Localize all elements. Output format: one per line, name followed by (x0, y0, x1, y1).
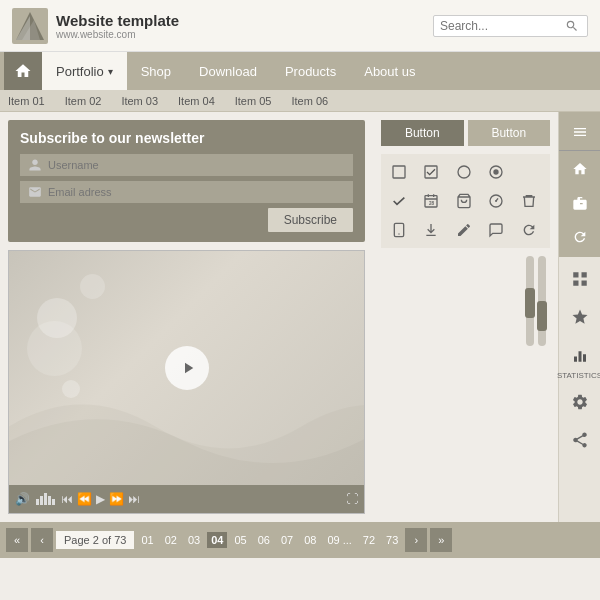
page-09-ellipsis[interactable]: 09 ... (323, 532, 355, 548)
suitcase-icon (572, 195, 588, 211)
site-title: Website template (56, 12, 179, 29)
statistics-item[interactable]: STATISTICS (557, 339, 600, 380)
fullscreen-button[interactable]: ⛶ (346, 492, 358, 506)
prev-page-button[interactable]: ‹ (31, 528, 53, 552)
star-icon-button[interactable] (564, 301, 596, 333)
search-icon (565, 19, 579, 33)
gear-icon (571, 393, 589, 411)
first-page-button[interactable]: « (6, 528, 28, 552)
home-toolbar-icon (572, 161, 588, 177)
video-controls: 🔊 ⏮ ⏪ ▶ ⏩ ⏭ ⛶ (9, 485, 364, 513)
star-icon (571, 308, 589, 326)
circle-icon[interactable] (452, 160, 476, 184)
email-field-row[interactable] (20, 181, 353, 203)
checkmark-icon[interactable] (387, 189, 411, 213)
home-toolbar-button[interactable] (562, 153, 598, 185)
suitcase-button[interactable] (562, 187, 598, 219)
settings-icon-button[interactable] (564, 386, 596, 418)
slider-1[interactable] (526, 256, 534, 346)
svg-point-14 (398, 233, 399, 234)
bar-chart-icon (571, 346, 589, 364)
subnav-item-2[interactable]: Item 02 (65, 95, 102, 107)
subscribe-button[interactable]: Subscribe (268, 208, 353, 232)
skip-forward-button[interactable]: ⏭ (128, 492, 140, 506)
checkbox-empty-icon[interactable] (387, 160, 411, 184)
username-field-row[interactable] (20, 154, 353, 176)
email-icon (28, 185, 42, 199)
refresh-icon[interactable] (517, 218, 541, 242)
chat-icon[interactable] (484, 218, 508, 242)
menu-button[interactable] (562, 116, 598, 148)
subnav-item-3[interactable]: Item 03 (121, 95, 158, 107)
nav-item-products[interactable]: Products (271, 52, 350, 90)
share-icon (571, 431, 589, 449)
username-input[interactable] (48, 159, 345, 171)
button-1[interactable]: Button (381, 120, 464, 146)
home-icon (14, 62, 32, 80)
navbar: Portfolio ▾ Shop Download Products About… (0, 52, 600, 90)
play-pause-button[interactable]: ▶ (96, 492, 105, 506)
last-page-button[interactable]: » (430, 528, 452, 552)
edit-icon[interactable] (452, 218, 476, 242)
nav-home-button[interactable] (4, 52, 42, 90)
page-07[interactable]: 07 (277, 532, 297, 548)
subnav-item-6[interactable]: Item 06 (291, 95, 328, 107)
bubble-2 (80, 274, 105, 299)
checkbox-checked-icon[interactable] (419, 160, 443, 184)
fast-forward-button[interactable]: ⏩ (109, 492, 124, 506)
refresh-toolbar-button[interactable] (562, 221, 598, 253)
page-73[interactable]: 73 (382, 532, 402, 548)
grid-icon-button[interactable] (564, 263, 596, 295)
toolbar-top (559, 112, 600, 257)
side-toolbar: STATISTICS (558, 112, 600, 522)
vol-bar-1 (36, 499, 39, 505)
page-72[interactable]: 72 (359, 532, 379, 548)
subnav-item-4[interactable]: Item 04 (178, 95, 215, 107)
button-2[interactable]: Button (468, 120, 551, 146)
skip-back-button[interactable]: ⏮ (61, 492, 73, 506)
slider-2[interactable] (538, 256, 546, 346)
search-box[interactable] (433, 15, 588, 37)
page-05[interactable]: 05 (230, 532, 250, 548)
page-06[interactable]: 06 (254, 532, 274, 548)
svg-point-8 (494, 169, 499, 174)
subnav-item-1[interactable]: Item 01 (8, 95, 45, 107)
play-button[interactable] (165, 346, 209, 390)
nav-item-aboutus[interactable]: About us (350, 52, 429, 90)
nav-item-shop[interactable]: Shop (127, 52, 185, 90)
share-icon-button[interactable] (564, 424, 596, 456)
nav-item-download[interactable]: Download (185, 52, 271, 90)
video-player: 🔊 ⏮ ⏪ ▶ ⏩ ⏭ ⛶ (8, 250, 365, 514)
calendar-icon[interactable]: 28 (419, 189, 443, 213)
page-info: Page 2 of 73 (56, 531, 134, 549)
vol-bar-4 (48, 496, 51, 505)
nav-items: Portfolio ▾ Shop Download Products About… (42, 52, 430, 90)
page-02[interactable]: 02 (161, 532, 181, 548)
grid-icon (571, 270, 589, 288)
cart-icon[interactable] (452, 189, 476, 213)
nav-item-portfolio[interactable]: Portfolio ▾ (42, 52, 127, 90)
email-input[interactable] (48, 186, 345, 198)
content-right: Button Button 28 (373, 112, 558, 522)
search-input[interactable] (440, 19, 565, 33)
vol-bar-5 (52, 499, 55, 505)
volume-bar[interactable] (36, 493, 55, 505)
download-icon[interactable] (419, 218, 443, 242)
page-03[interactable]: 03 (184, 532, 204, 548)
trash-icon[interactable] (517, 189, 541, 213)
bar-chart-icon-button[interactable] (564, 339, 596, 371)
toolbar-divider-1 (559, 150, 600, 151)
gauge-icon[interactable] (484, 189, 508, 213)
video-screen (9, 251, 364, 485)
slider-thumb-2[interactable] (537, 301, 547, 331)
tablet-icon[interactable] (387, 218, 411, 242)
subnav-item-5[interactable]: Item 05 (235, 95, 272, 107)
radio-icon[interactable] (484, 160, 508, 184)
svg-point-12 (495, 200, 497, 202)
page-04[interactable]: 04 (207, 532, 227, 548)
rewind-button[interactable]: ⏪ (77, 492, 92, 506)
page-01[interactable]: 01 (137, 532, 157, 548)
page-08[interactable]: 08 (300, 532, 320, 548)
next-page-button[interactable]: › (405, 528, 427, 552)
slider-thumb-1[interactable] (525, 288, 535, 318)
